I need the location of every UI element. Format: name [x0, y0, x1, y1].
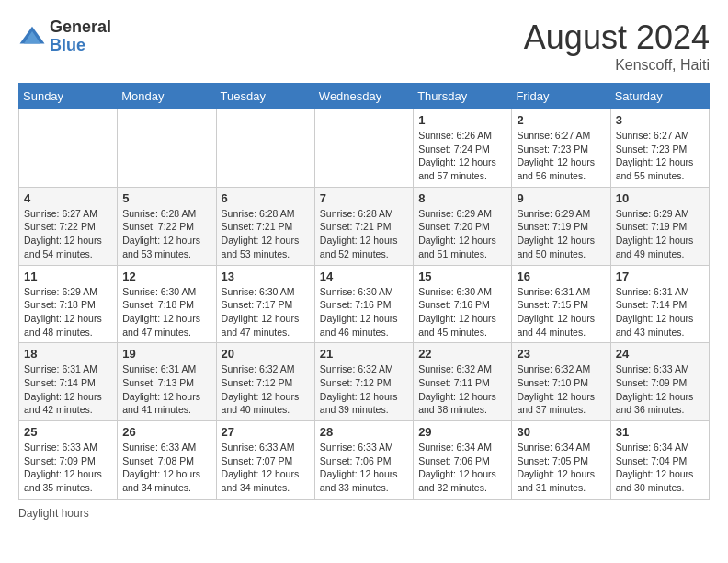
weekday-header-row: SundayMondayTuesdayWednesdayThursdayFrid…	[19, 84, 710, 109]
month-year: August 2024	[524, 18, 710, 57]
cell-date: 9	[517, 191, 605, 205]
cell-date: 29	[418, 425, 506, 439]
calendar-cell: 29Sunrise: 6:34 AMSunset: 7:06 PMDayligh…	[414, 421, 512, 500]
daylight-label: Daylight hours	[18, 507, 89, 520]
calendar-cell: 26Sunrise: 6:33 AMSunset: 7:08 PMDayligh…	[118, 421, 216, 500]
cell-date: 10	[616, 191, 704, 205]
cell-info: Sunrise: 6:27 AMSunset: 7:22 PMDaylight:…	[24, 207, 112, 261]
weekday-header-wednesday: Wednesday	[314, 84, 413, 109]
cell-info: Sunrise: 6:29 AMSunset: 7:19 PMDaylight:…	[616, 207, 704, 261]
weekday-header-saturday: Saturday	[610, 84, 709, 109]
cell-info: Sunrise: 6:29 AMSunset: 7:20 PMDaylight:…	[418, 207, 506, 261]
calendar-cell: 11Sunrise: 6:29 AMSunset: 7:18 PMDayligh…	[19, 265, 118, 343]
cell-date: 14	[320, 270, 408, 283]
cell-date: 31	[616, 425, 704, 439]
calendar-cell	[216, 109, 314, 188]
cell-info: Sunrise: 6:31 AMSunset: 7:14 PMDaylight:…	[616, 285, 704, 339]
cell-date: 16	[517, 270, 605, 283]
calendar-cell: 6Sunrise: 6:28 AMSunset: 7:21 PMDaylight…	[216, 187, 314, 265]
cell-date: 27	[222, 425, 310, 439]
cell-info: Sunrise: 6:32 AMSunset: 7:12 PMDaylight:…	[320, 362, 408, 417]
cell-info: Sunrise: 6:34 AMSunset: 7:04 PMDaylight:…	[616, 441, 704, 495]
calendar-cell: 31Sunrise: 6:34 AMSunset: 7:04 PMDayligh…	[610, 421, 709, 500]
week-row-1: 1Sunrise: 6:26 AMSunset: 7:24 PMDaylight…	[19, 109, 710, 188]
cell-date: 19	[122, 347, 210, 361]
logo-icon	[18, 23, 46, 51]
cell-date: 11	[24, 270, 112, 283]
calendar-cell: 28Sunrise: 6:33 AMSunset: 7:06 PMDayligh…	[314, 421, 413, 500]
cell-info: Sunrise: 6:31 AMSunset: 7:15 PMDaylight:…	[517, 285, 605, 339]
cell-date: 5	[122, 191, 210, 205]
cell-date: 1	[418, 113, 506, 127]
calendar-cell: 18Sunrise: 6:31 AMSunset: 7:14 PMDayligh…	[19, 343, 118, 421]
cell-date: 13	[222, 270, 310, 283]
cell-date: 22	[418, 347, 506, 361]
calendar-cell: 3Sunrise: 6:27 AMSunset: 7:23 PMDaylight…	[610, 109, 709, 188]
weekday-header-sunday: Sunday	[19, 84, 118, 109]
calendar-cell: 14Sunrise: 6:30 AMSunset: 7:16 PMDayligh…	[314, 265, 413, 343]
calendar: SundayMondayTuesdayWednesdayThursdayFrid…	[18, 83, 710, 500]
cell-info: Sunrise: 6:28 AMSunset: 7:21 PMDaylight:…	[320, 207, 408, 261]
calendar-cell: 21Sunrise: 6:32 AMSunset: 7:12 PMDayligh…	[314, 343, 413, 421]
cell-info: Sunrise: 6:32 AMSunset: 7:11 PMDaylight:…	[418, 362, 506, 417]
cell-info: Sunrise: 6:34 AMSunset: 7:05 PMDaylight:…	[517, 441, 605, 495]
cell-info: Sunrise: 6:29 AMSunset: 7:19 PMDaylight:…	[517, 207, 605, 261]
calendar-cell: 16Sunrise: 6:31 AMSunset: 7:15 PMDayligh…	[512, 265, 610, 343]
logo-general-text: General	[50, 18, 111, 37]
logo-text: General Blue	[50, 18, 111, 55]
weekday-header-friday: Friday	[512, 84, 610, 109]
calendar-cell: 30Sunrise: 6:34 AMSunset: 7:05 PMDayligh…	[512, 421, 610, 500]
calendar-cell: 27Sunrise: 6:33 AMSunset: 7:07 PMDayligh…	[216, 421, 314, 500]
cell-date: 2	[517, 113, 605, 127]
cell-date: 3	[616, 113, 704, 127]
calendar-cell: 7Sunrise: 6:28 AMSunset: 7:21 PMDaylight…	[314, 187, 413, 265]
cell-info: Sunrise: 6:34 AMSunset: 7:06 PMDaylight:…	[418, 441, 506, 495]
logo-blue-text: Blue	[50, 37, 111, 55]
calendar-cell	[118, 109, 216, 188]
calendar-cell: 24Sunrise: 6:33 AMSunset: 7:09 PMDayligh…	[610, 343, 709, 421]
calendar-cell: 4Sunrise: 6:27 AMSunset: 7:22 PMDaylight…	[19, 187, 118, 265]
cell-info: Sunrise: 6:29 AMSunset: 7:18 PMDaylight:…	[24, 285, 112, 339]
cell-info: Sunrise: 6:27 AMSunset: 7:23 PMDaylight:…	[616, 129, 704, 183]
calendar-cell: 25Sunrise: 6:33 AMSunset: 7:09 PMDayligh…	[19, 421, 118, 500]
cell-date: 23	[517, 347, 605, 361]
cell-date: 8	[418, 191, 506, 205]
cell-info: Sunrise: 6:33 AMSunset: 7:06 PMDaylight:…	[320, 441, 408, 495]
cell-info: Sunrise: 6:26 AMSunset: 7:24 PMDaylight:…	[418, 129, 506, 183]
cell-info: Sunrise: 6:30 AMSunset: 7:16 PMDaylight:…	[320, 285, 408, 339]
cell-date: 4	[24, 191, 112, 205]
cell-date: 24	[616, 347, 704, 361]
calendar-cell: 22Sunrise: 6:32 AMSunset: 7:11 PMDayligh…	[414, 343, 512, 421]
cell-date: 7	[320, 191, 408, 205]
calendar-cell: 23Sunrise: 6:32 AMSunset: 7:10 PMDayligh…	[512, 343, 610, 421]
cell-date: 25	[24, 425, 112, 439]
cell-date: 12	[122, 270, 210, 283]
location: Kenscoff, Haiti	[524, 57, 710, 74]
cell-info: Sunrise: 6:30 AMSunset: 7:18 PMDaylight:…	[122, 285, 210, 339]
cell-info: Sunrise: 6:32 AMSunset: 7:12 PMDaylight:…	[222, 362, 310, 417]
cell-info: Sunrise: 6:31 AMSunset: 7:14 PMDaylight:…	[24, 362, 112, 417]
cell-date: 15	[418, 270, 506, 283]
cell-info: Sunrise: 6:33 AMSunset: 7:09 PMDaylight:…	[616, 362, 704, 417]
calendar-cell: 12Sunrise: 6:30 AMSunset: 7:18 PMDayligh…	[118, 265, 216, 343]
weekday-header-monday: Monday	[118, 84, 216, 109]
footer: Daylight hours	[18, 507, 710, 520]
calendar-cell: 2Sunrise: 6:27 AMSunset: 7:23 PMDaylight…	[512, 109, 610, 188]
header: General Blue August 2024 Kenscoff, Haiti	[18, 18, 710, 74]
cell-info: Sunrise: 6:33 AMSunset: 7:09 PMDaylight:…	[24, 441, 112, 495]
calendar-cell: 10Sunrise: 6:29 AMSunset: 7:19 PMDayligh…	[610, 187, 709, 265]
week-row-5: 25Sunrise: 6:33 AMSunset: 7:09 PMDayligh…	[19, 421, 710, 500]
logo: General Blue	[18, 18, 111, 55]
cell-date: 6	[222, 191, 310, 205]
title-area: August 2024 Kenscoff, Haiti	[524, 18, 710, 74]
week-row-3: 11Sunrise: 6:29 AMSunset: 7:18 PMDayligh…	[19, 265, 710, 343]
calendar-cell: 13Sunrise: 6:30 AMSunset: 7:17 PMDayligh…	[216, 265, 314, 343]
cell-info: Sunrise: 6:33 AMSunset: 7:08 PMDaylight:…	[122, 441, 210, 495]
week-row-4: 18Sunrise: 6:31 AMSunset: 7:14 PMDayligh…	[19, 343, 710, 421]
calendar-cell: 15Sunrise: 6:30 AMSunset: 7:16 PMDayligh…	[414, 265, 512, 343]
calendar-cell: 17Sunrise: 6:31 AMSunset: 7:14 PMDayligh…	[610, 265, 709, 343]
calendar-cell	[19, 109, 118, 188]
cell-date: 18	[24, 347, 112, 361]
cell-date: 21	[320, 347, 408, 361]
cell-date: 20	[222, 347, 310, 361]
